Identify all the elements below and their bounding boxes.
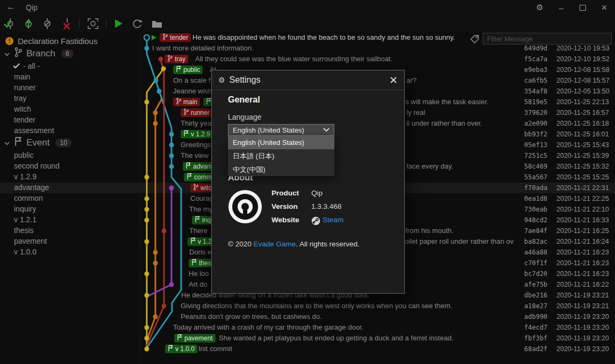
settings-dialog: ⚙ Settings ✕ General Language English (U… xyxy=(211,70,405,294)
sidebar-item-v-1.2.1[interactable]: v 1.2.1 xyxy=(0,214,140,225)
sidebar-section-event[interactable]: Event10 xyxy=(0,136,140,150)
commit-message: He was disappointed when he found the be… xyxy=(192,32,455,43)
commit-hash: dbe216 xyxy=(524,290,547,301)
commit-hash: 5819e5 xyxy=(524,97,547,107)
locate-target-icon[interactable] xyxy=(87,17,99,30)
section-label: Branch xyxy=(26,48,55,59)
sidebar-item-second-round[interactable]: second round xyxy=(0,161,140,171)
tag-badge[interactable]: v 1.2.9 xyxy=(181,130,213,139)
badge-label: tender xyxy=(170,33,188,42)
branch-badge[interactable]: tray xyxy=(165,55,188,63)
sidebar-item-label: thesis xyxy=(14,226,34,235)
language-option[interactable]: 日本語 (日本) xyxy=(228,149,334,163)
refresh-icon[interactable] xyxy=(131,17,144,30)
commit-date: 2020-11-19 23:20 xyxy=(556,311,609,322)
repository-name: Declaration Fastidious xyxy=(18,37,97,46)
sidebar-item-witch[interactable]: witch xyxy=(0,104,140,114)
tag-badge[interactable]: v 1.0.0 xyxy=(165,345,197,353)
product-value: Qip xyxy=(311,189,323,197)
run-play-icon[interactable] xyxy=(112,17,125,30)
commit-date: 2020-12-10 19:53 xyxy=(556,43,610,54)
commit-hash: a18e27 xyxy=(524,301,547,311)
sidebar-item-thesis[interactable]: thesis xyxy=(0,225,140,236)
badge-label: public xyxy=(183,65,200,74)
skip-commit-icon[interactable] xyxy=(41,17,54,30)
commit-message: oilet paper roll under rather than ov xyxy=(405,236,513,247)
language-option[interactable]: 中文(中国) xyxy=(228,163,334,176)
commit-message: Courag xyxy=(190,193,213,204)
commit-hash: 649d9d xyxy=(524,43,547,54)
flag-icon xyxy=(191,259,197,268)
commit-message: The my xyxy=(189,204,212,215)
sidebar-item-common[interactable]: common xyxy=(0,193,140,203)
commit-check-icon[interactable] xyxy=(3,17,16,30)
flag-icon xyxy=(176,65,181,75)
tag-badge[interactable]: public xyxy=(173,65,203,74)
sidebar-item-label: tender xyxy=(14,115,35,124)
commit-date: 2020-11-21 16:24 xyxy=(556,236,609,247)
sidebar-item-label: witch xyxy=(14,105,31,113)
branch-badge[interactable]: runner xyxy=(181,108,212,117)
commit-date: 2020-12-08 15:58 xyxy=(556,64,610,75)
maximize-button[interactable] xyxy=(572,0,593,15)
commit-date: 2020-11-25 16:57 xyxy=(556,107,609,118)
sidebar-item-advantage[interactable]: advantage xyxy=(0,182,140,193)
commit-date: 2020-11-25 16:18 xyxy=(556,118,609,129)
sidebar-item-runner[interactable]: runner xyxy=(0,82,140,93)
commit-date: 2020-12-10 19:52 xyxy=(556,54,610,64)
badge-label: tray xyxy=(175,55,185,63)
sidebar-item-v-1.0.0[interactable]: v 1.0.0 xyxy=(0,246,140,257)
flag-icon xyxy=(177,334,182,343)
sidebar-item-public[interactable]: public xyxy=(0,150,140,161)
sidebar-item-main[interactable]: main xyxy=(0,71,140,82)
branch-icon xyxy=(167,55,173,64)
sidebar: ! Declaration Fastidious Branch6- all -m… xyxy=(0,32,140,364)
sidebar-item-v-1.2.9[interactable]: v 1.2.9 xyxy=(0,171,140,182)
commit-hash: 379620 xyxy=(524,107,547,118)
language-option[interactable]: English (United States) xyxy=(228,136,334,149)
commit-message: Art do xyxy=(189,279,208,290)
sidebar-item-assessment[interactable]: assessment xyxy=(0,125,140,136)
sidebar-item-tender[interactable]: tender xyxy=(0,114,140,125)
commit-date: 2020-11-25 22:13 xyxy=(556,97,609,107)
badge-label: main xyxy=(183,98,197,106)
tag-icon xyxy=(470,34,480,46)
sidebar-item--all-[interactable]: - all - xyxy=(0,61,140,71)
back-arrow-icon[interactable]: ← xyxy=(6,2,16,12)
sidebar-item-inquiry[interactable]: inquiry xyxy=(0,203,140,214)
branch-badge[interactable]: main xyxy=(173,98,200,106)
commit-message: face every day. xyxy=(406,161,453,172)
tag-badge[interactable]: pavement xyxy=(174,334,216,343)
language-select[interactable]: English (United States) xyxy=(228,124,334,136)
run-play-icon[interactable] xyxy=(152,35,156,40)
window-title: Qip xyxy=(26,3,38,12)
sidebar-section-branch[interactable]: Branch6 xyxy=(0,47,140,61)
dialog-close-icon[interactable]: ✕ xyxy=(389,75,398,85)
check-icon xyxy=(13,62,20,70)
open-folder-icon[interactable] xyxy=(151,17,163,30)
settings-gear-button[interactable]: ⚙ xyxy=(529,0,550,15)
sidebar-item-label: assessment xyxy=(14,126,54,135)
commit-hash: 58c469 xyxy=(524,161,547,172)
sidebar-item-tray[interactable]: tray xyxy=(0,93,140,104)
commit-hash: e9eba3 xyxy=(524,64,547,75)
branch-badge[interactable]: tender xyxy=(160,33,191,42)
discard-x-icon[interactable] xyxy=(61,17,74,30)
flag-icon xyxy=(206,98,211,107)
filter-message-input[interactable] xyxy=(483,33,612,45)
commit-date: 2020-11-21 22:10 xyxy=(556,204,609,215)
version-value: 1.3.3.468 xyxy=(311,202,341,210)
push-up-icon[interactable] xyxy=(22,17,35,30)
repository-header[interactable]: ! Declaration Fastidious xyxy=(0,32,140,47)
steam-link[interactable]: Steam xyxy=(323,216,344,224)
flag-icon xyxy=(168,345,173,354)
sidebar-item-label: tray xyxy=(14,94,26,103)
commit-hash: ca6fb5 xyxy=(524,75,547,86)
badge-label: v 1.2.9 xyxy=(191,130,210,139)
badge-label: pavement xyxy=(184,334,213,343)
sidebar-item-pavement[interactable]: pavement xyxy=(0,236,140,246)
evade-game-link[interactable]: Evade Game xyxy=(253,240,296,248)
minimize-button[interactable]: – xyxy=(550,0,572,15)
commit-date: 2020-11-19 23:20 xyxy=(556,344,609,354)
close-button[interactable]: × xyxy=(593,0,615,15)
